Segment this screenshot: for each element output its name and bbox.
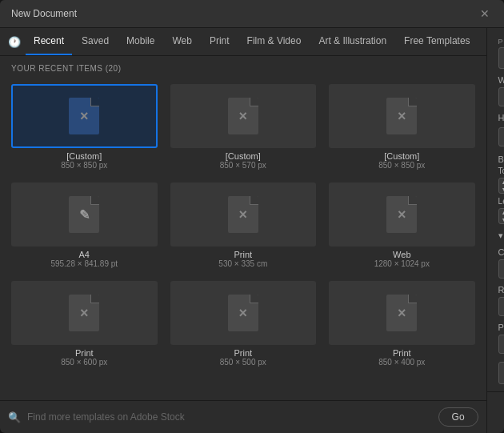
dialog-body: 🕐 Recent Saved Mobile Web Print Film & V…	[0, 28, 504, 433]
preset-details-label: PRESET DETAILS	[498, 38, 504, 46]
list-item[interactable]: × Print 850 × 600 px	[8, 278, 161, 370]
raster-effects-select[interactable]: Screen (72 ppi) Medium (150 ppi) High (3…	[498, 297, 504, 316]
tabs-bar: 🕐 Recent Saved Mobile Web Print Film & V…	[0, 28, 486, 56]
item-thumbnail: ×	[170, 281, 317, 345]
doc-shape-icon: ✎	[69, 196, 99, 233]
bleed-left-down[interactable]: ▼	[499, 216, 504, 223]
color-mode-label: Color Mode	[498, 247, 504, 257]
bleed-top-down[interactable]: ▼	[499, 186, 504, 193]
item-sublabel: 850 × 600 px	[61, 358, 107, 367]
recent-items-grid: × [Custom] 850 × 850 px × [Cus	[8, 81, 478, 370]
item-label: [Custom]	[384, 151, 419, 161]
list-item[interactable]: × Web 1280 × 1024 px	[326, 179, 478, 271]
bleed-label: Bleed	[498, 154, 504, 164]
tab-web[interactable]: Web	[164, 28, 199, 55]
recent-tab-icon: 🕐	[8, 36, 21, 48]
more-settings-button[interactable]: More Settings	[498, 362, 504, 384]
preset-name-row	[498, 47, 504, 69]
tab-print[interactable]: Print	[202, 28, 238, 55]
tab-free-templates[interactable]: Free Templates	[396, 28, 478, 55]
item-thumbnail: ×	[170, 84, 317, 148]
item-sublabel: 530 × 335 cm	[218, 259, 267, 268]
doc-shape-icon: ×	[386, 196, 417, 233]
list-item[interactable]: × Print 530 × 335 cm	[167, 179, 320, 271]
item-label: A4	[79, 250, 90, 259]
x-mark-icon: ×	[398, 108, 406, 125]
bleed-left-right-row: Left ▲ ▼ 0 px Right	[498, 197, 504, 224]
doc-shape-icon: ×	[69, 98, 99, 134]
doc-shape-icon: ×	[386, 98, 417, 134]
right-area: PRESET DETAILS Width	[487, 28, 504, 433]
advanced-options-toggle[interactable]: ▾ Advanced Options	[498, 231, 504, 241]
list-item[interactable]: × [Custom] 850 × 570 px	[167, 81, 320, 173]
preset-name-input[interactable]	[498, 47, 504, 69]
item-sublabel: 850 × 400 px	[378, 358, 425, 367]
x-mark-icon: ×	[398, 305, 406, 322]
go-button[interactable]: Go	[438, 407, 478, 427]
height-orientation-labels: Height Orientation Artboards	[498, 113, 504, 125]
item-label: [Custom]	[226, 151, 261, 161]
left-panel: 🕐 Recent Saved Mobile Web Print Film & V…	[0, 28, 487, 433]
item-thumbnail: ×	[329, 182, 475, 247]
tab-art-illustration[interactable]: Art & Illustration	[310, 28, 394, 55]
preset-details-section: PRESET DETAILS	[498, 38, 504, 69]
bleed-left-up[interactable]: ▲	[499, 209, 504, 216]
item-sublabel: 850 × 850 px	[61, 161, 107, 170]
bleed-top-label: Top	[498, 166, 504, 175]
titlebar-close-button[interactable]: ✕	[477, 6, 493, 21]
preview-mode-select[interactable]: Default Pixel Overprint	[498, 335, 504, 354]
width-row: Pixels Inches Centimeters Millimeters Po…	[498, 87, 504, 106]
dialog-title: New Document	[11, 8, 77, 19]
bleed-left-label: Left	[498, 197, 504, 206]
recent-count: (20)	[106, 64, 122, 73]
width-section: Width Pixels Inches Centimeters Millimet…	[498, 75, 504, 106]
search-input[interactable]: Find more templates on Adobe Stock	[27, 411, 432, 423]
tab-recent[interactable]: Recent	[26, 28, 72, 55]
search-bar: 🔍 Find more templates on Adobe Stock Go	[0, 400, 486, 433]
list-item[interactable]: ✎ A4 595.28 × 841.89 pt	[8, 179, 161, 271]
list-item[interactable]: × [Custom] 850 × 850 px	[8, 81, 161, 173]
preview-mode-label: Preview Mode	[498, 323, 504, 332]
list-item[interactable]: × Print 850 × 400 px	[326, 278, 478, 370]
doc-shape-icon: ×	[228, 295, 258, 331]
list-item[interactable]: × [Custom] 850 × 850 px	[326, 81, 478, 173]
item-label: Print	[234, 348, 252, 358]
tab-mobile[interactable]: Mobile	[118, 28, 162, 55]
item-sublabel: 850 × 850 px	[378, 161, 425, 170]
x-mark-icon: ×	[80, 108, 89, 125]
bleed-top-up[interactable]: ▲	[499, 178, 504, 186]
raster-label-row: Raster Effects On	[498, 285, 504, 297]
doc-shape-icon: ×	[228, 98, 258, 134]
bleed-top-bottom-row: Top ▲ ▼ 0 px Bottom	[498, 166, 504, 194]
height-input[interactable]	[498, 127, 504, 146]
bleed-left-col: Left ▲ ▼ 0 px	[498, 197, 504, 224]
titlebar: New Document ✕	[0, 0, 504, 28]
item-label: Print	[75, 348, 94, 358]
item-label: Print	[234, 250, 252, 259]
color-mode-section: Color Mode RGB Color CMYK Color Lab Colo…	[498, 247, 504, 279]
tab-saved[interactable]: Saved	[74, 28, 117, 55]
chevron-down-icon: ▾	[498, 231, 503, 241]
height-label: Height	[498, 113, 504, 122]
item-thumbnail: ×	[170, 182, 317, 247]
x-mark-icon: ×	[239, 206, 248, 223]
color-mode-select[interactable]: RGB Color CMYK Color Lab Color Grayscale…	[498, 259, 504, 279]
edit-icon: ✎	[79, 207, 90, 223]
x-mark-icon: ×	[239, 108, 248, 125]
search-icon: 🔍	[8, 411, 21, 423]
recent-grid-area: × [Custom] 850 × 850 px × [Cus	[0, 78, 486, 400]
item-sublabel: 850 × 500 px	[220, 358, 266, 367]
item-sublabel: 595.28 × 841.89 pt	[50, 259, 118, 268]
tab-film-video[interactable]: Film & Video	[239, 28, 310, 55]
bleed-top-spinner: ▲ ▼	[499, 178, 504, 193]
width-input[interactable]	[498, 87, 504, 106]
bleed-left-spinner: ▲ ▼	[499, 209, 504, 223]
item-sublabel: 1280 × 1024 px	[374, 259, 430, 268]
bleed-section: Bleed Top ▲ ▼ 0 px	[498, 154, 504, 224]
list-item[interactable]: × Print 850 × 500 px	[167, 278, 320, 370]
item-label: Web	[393, 250, 410, 259]
recent-label: YOUR RECENT ITEMS	[11, 64, 102, 73]
bleed-left-input-wrap: ▲ ▼ 0 px	[498, 208, 504, 224]
raster-effects-label: Raster Effects	[498, 285, 504, 295]
new-document-dialog: New Document ✕ 🕐 Recent Saved Mobile Web…	[0, 0, 504, 433]
